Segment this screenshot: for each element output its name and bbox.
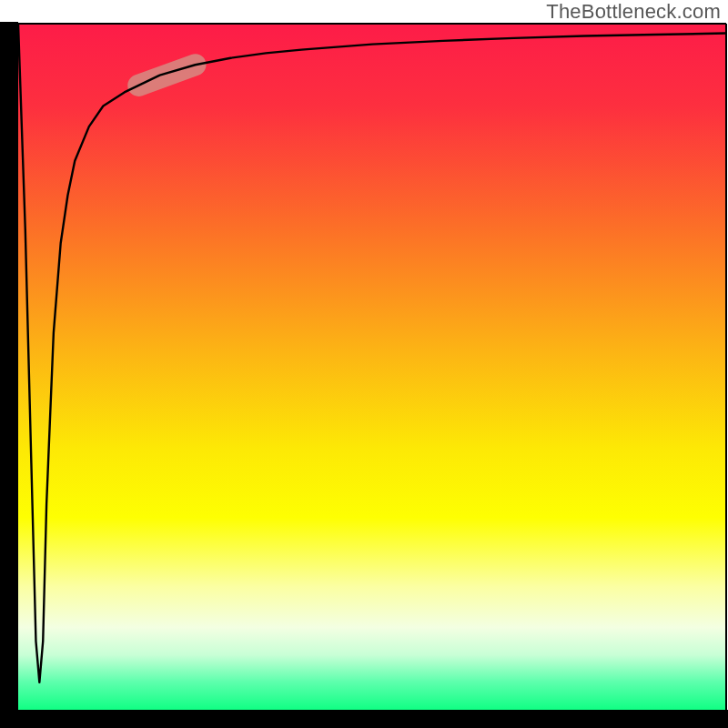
axis-bottom <box>0 710 728 728</box>
watermark-text: TheBottleneck.com <box>546 0 721 24</box>
bottleneck-chart <box>0 0 728 728</box>
axis-left <box>0 22 18 728</box>
plot-background-gradient <box>18 24 726 710</box>
